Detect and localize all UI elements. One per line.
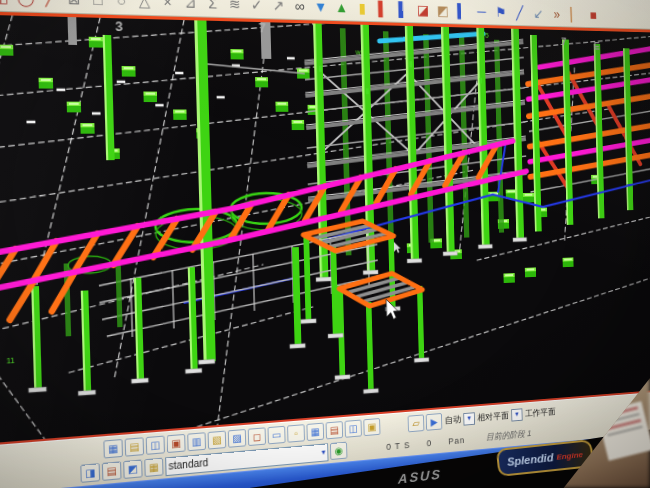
pin-red-icon[interactable]: ▌ — [373, 0, 393, 20]
status-count: 0 — [427, 438, 433, 448]
tool-icon-11[interactable]: ▦ — [306, 422, 324, 440]
application-window: ◧◯╱⊠□○△×⊿Σ≋✓↗∞▼▲▮▌▌◪◩▍─⚑╱↙»▏■ — [0, 0, 650, 488]
globe-icon[interactable]: ◉ — [330, 442, 347, 460]
globe-strip: ◉ — [330, 442, 347, 460]
svg-text:7: 7 — [561, 36, 566, 47]
snap-plane-rel-label: 相对平面 — [477, 409, 509, 424]
snap-auto-label: 自动 — [445, 413, 461, 427]
plane-icon[interactable]: ▱ — [408, 414, 425, 432]
crossed-box-icon[interactable]: ⊠ — [62, 0, 85, 11]
chevron-down-icon[interactable]: ▾ — [321, 447, 325, 456]
tile-tan-icon[interactable]: ◩ — [433, 0, 452, 21]
svg-text:7: 7 — [258, 20, 266, 35]
rect-icon[interactable]: □ — [86, 0, 109, 12]
tool-icon-12[interactable]: ▤ — [326, 421, 344, 439]
monitor-photo: ◧◯╱⊠□○△×⊿Σ≋✓↗∞▼▲▮▌▌◪◩▍─⚑╱↙»▏■ — [0, 0, 650, 488]
snap-auto-checkbox[interactable]: ▾ — [463, 412, 475, 425]
flag-blue-icon[interactable]: ⚑ — [491, 2, 510, 23]
tool-icon-4[interactable]: ▣ — [167, 433, 186, 452]
support-columns — [18, 16, 306, 399]
sigma-icon[interactable]: Σ — [202, 0, 224, 15]
sticker-subtext: Engine — [556, 450, 583, 462]
red-slash-icon[interactable]: ╱ — [38, 0, 62, 10]
tool-icon-3[interactable]: ◫ — [146, 435, 165, 454]
binoculars-icon[interactable]: ∞ — [289, 0, 310, 17]
triangle-icon[interactable]: △ — [133, 0, 156, 13]
pin-blue-icon[interactable]: ▌ — [393, 0, 413, 20]
tool-icon-8[interactable]: ◻ — [248, 427, 266, 446]
svg-text:E: E — [594, 40, 601, 51]
svg-text:3: 3 — [115, 19, 123, 35]
dash-blue-icon[interactable]: ─ — [472, 2, 491, 23]
corner-tool-icon[interactable]: ◩ — [123, 459, 142, 479]
bar-brown-icon[interactable]: ▏ — [566, 5, 584, 25]
arrow-ne-icon[interactable]: ↗ — [268, 0, 289, 17]
tool-icon-5[interactable]: ▥ — [187, 432, 206, 451]
yellow-box-icon[interactable]: ▮ — [352, 0, 372, 19]
page-tool-icon[interactable]: ▤ — [102, 461, 122, 481]
tool-icon-9[interactable]: ▭ — [267, 425, 285, 444]
tool-icon-1[interactable]: ▦ — [103, 438, 123, 458]
angle-icon[interactable]: ⊿ — [179, 0, 201, 14]
red-box-icon[interactable]: ◧ — [0, 0, 13, 9]
tile-red-icon[interactable]: ◪ — [413, 0, 433, 21]
tool-icon-14[interactable]: ▣ — [363, 418, 380, 436]
model-viewport[interactable]: 3 7 7 E 11 5 W — [0, 10, 650, 450]
grid-tool-icon[interactable]: ◨ — [80, 463, 100, 483]
tool-icon-10[interactable]: ▫ — [287, 424, 305, 443]
arrow-sw-icon[interactable]: ↙ — [529, 4, 547, 24]
check-icon[interactable]: ✓ — [246, 0, 267, 16]
status-ots: 0 T S — [386, 440, 410, 452]
status-phase: 目前的阶段 1 — [486, 427, 532, 443]
tool-icon-2[interactable]: ▤ — [125, 437, 144, 456]
tool-icon-13[interactable]: ◫ — [345, 419, 362, 437]
snap-icon-strip: ▱▶ — [408, 412, 443, 431]
grid-intersection-marks — [25, 54, 297, 122]
slash-blue-icon[interactable]: ╱ — [510, 3, 528, 24]
tool-icon-7[interactable]: ▨ — [228, 428, 246, 447]
circle-icon[interactable]: ○ — [110, 0, 133, 12]
snap-plane-work-label: 工作平面 — [525, 405, 556, 420]
mesh-tool-icon[interactable]: ▦ — [144, 458, 163, 477]
red-cube-icon[interactable]: ■ — [584, 5, 602, 25]
pointer-icon[interactable]: ▶ — [426, 412, 443, 430]
bar-blue-icon[interactable]: ▍ — [453, 1, 472, 22]
right-building — [527, 35, 650, 232]
tree-icon[interactable]: ▲ — [331, 0, 351, 19]
tool-icon-6[interactable]: ▧ — [208, 430, 227, 449]
chevrons-brown-icon[interactable]: » — [548, 4, 566, 24]
sticker-text: Splendid — [507, 451, 554, 468]
status-mode: Pan — [448, 435, 465, 446]
svg-text:W: W — [355, 49, 361, 56]
svg-text:11: 11 — [6, 357, 14, 366]
zigzag-icon[interactable]: ≋ — [224, 0, 246, 16]
funnel-icon[interactable]: ▼ — [310, 0, 331, 18]
cross-icon[interactable]: × — [156, 0, 178, 14]
snap-plane-rel-checkbox[interactable]: ▾ — [511, 408, 522, 421]
red-ring-icon[interactable]: ◯ — [14, 0, 38, 10]
svg-text:5: 5 — [485, 32, 489, 40]
